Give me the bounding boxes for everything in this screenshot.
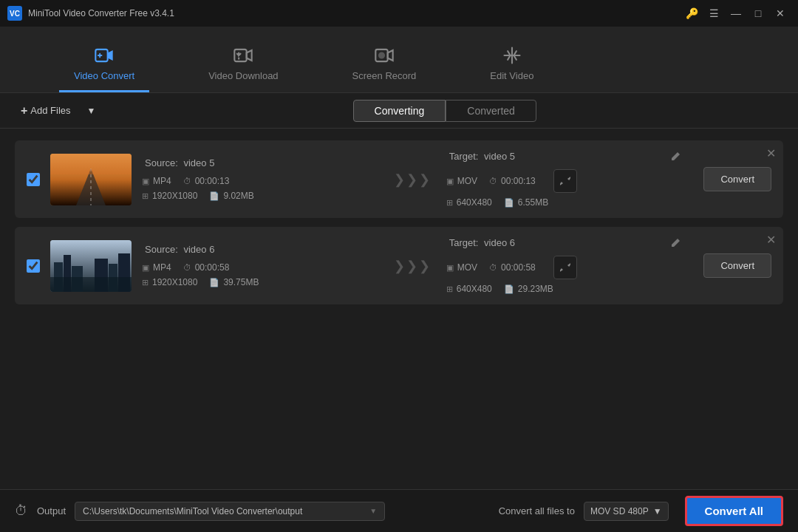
clock-icon2: ⏱ (489, 177, 497, 185)
file2-thumbnail (50, 240, 132, 292)
format-label: MOV SD 480P (590, 506, 649, 516)
file2-source-label: Source: video 6 (142, 244, 378, 255)
file2-checkbox[interactable] (27, 259, 40, 273)
file2-resolution: ⊞ 1920X1080 (142, 277, 197, 287)
resolution-icon4: ⊞ (446, 284, 453, 294)
file2-source-meta: ▣ MP4 ⏱ 00:00:58 (142, 262, 378, 273)
file1-target-resolution: ⊞ 640X480 (446, 197, 492, 208)
file2-target-info: Target: video 6 ▣ MOV ⏱ 00:00:58 (446, 237, 682, 294)
format-select[interactable]: MOV SD 480P ▼ (584, 502, 669, 521)
output-path-dropdown-icon: ▼ (369, 507, 377, 515)
hamburger-button[interactable]: ☰ (703, 3, 724, 24)
file1-close-button[interactable]: ✕ (766, 146, 776, 160)
file2-target-header: Target: video 6 (446, 237, 682, 251)
output-path-field[interactable]: C:\Users\tk\Documents\MiniTool Video Con… (75, 502, 385, 521)
file1-thumbnail (50, 154, 132, 205)
converting-converted-switcher: Converting Converted (353, 100, 536, 122)
file1-source-meta: ▣ MP4 ⏱ 00:00:13 (142, 176, 378, 186)
file2-target-size: 📄 29.23MB (504, 284, 553, 294)
file1-source-meta2: ⊞ 1920X1080 📄 9.02MB (142, 191, 378, 201)
add-files-dropdown-button[interactable]: ▼ (84, 103, 99, 119)
screen-record-icon (374, 45, 395, 66)
file2-source-meta2: ⊞ 1920X1080 📄 39.75MB (142, 277, 378, 287)
file1-target-label: Target: video 5 (446, 151, 515, 162)
converted-tab[interactable]: Converted (446, 100, 536, 122)
output-label: Output (37, 505, 66, 516)
close-button[interactable]: ✕ (770, 3, 791, 24)
file2-target-meta: ▣ MOV ⏱ 00:00:58 (446, 256, 682, 279)
file2-resize-button[interactable] (553, 256, 577, 279)
convert-all-button[interactable]: Convert All (685, 496, 783, 526)
file2-duration: ⏱ 00:00:58 (183, 262, 230, 273)
resolution-icon: ⊞ (142, 191, 149, 201)
tab-screen-record[interactable]: Screen Record (338, 38, 432, 92)
file1-target-meta2: ⊞ 640X480 📄 6.55MB (446, 197, 682, 208)
file1-target-duration: ⏱ 00:00:13 (489, 169, 536, 193)
file1-target-size: 📄 6.55MB (504, 197, 548, 208)
file2-target-meta2: ⊞ 640X480 📄 29.23MB (446, 284, 682, 294)
file-card-2: Source: video 6 ▣ MP4 ⏱ 00:00:58 ⊞ 1920X… (15, 227, 783, 304)
svg-point-3 (379, 53, 384, 58)
resolution-icon2: ⊞ (446, 198, 453, 208)
minimize-button[interactable]: — (726, 3, 746, 24)
tab-video-download-label: Video Download (208, 70, 278, 81)
file-icon4: 📄 (504, 284, 514, 294)
file-icon2: 📄 (504, 198, 514, 208)
file2-size: 📄 39.75MB (209, 277, 259, 287)
add-files-button[interactable]: + Add Files (15, 101, 77, 120)
tab-video-download[interactable]: Video Download (194, 38, 293, 92)
file1-format: ▣ MP4 (142, 176, 171, 186)
output-path-text: C:\Users\tk\Documents\MiniTool Video Con… (83, 506, 302, 516)
converting-tab[interactable]: Converting (353, 100, 446, 122)
clock-icon: ⏱ (183, 177, 191, 185)
file2-target-resolution: ⊞ 640X480 (446, 284, 492, 294)
file2-arrow: ❯ ❯ ❯ (388, 258, 436, 274)
key-button[interactable]: 🔑 (681, 3, 702, 24)
convert-all-files-label: Convert all files to (499, 505, 575, 516)
tab-edit-video-label: Edit Video (490, 70, 533, 81)
add-icon: + (21, 104, 27, 117)
tab-video-convert[interactable]: Video Convert (59, 38, 149, 92)
format-icon4: ▣ (446, 263, 454, 273)
app-title: MiniTool Video Converter Free v3.4.1 (28, 8, 675, 18)
file1-target-meta: ▣ MOV ⏱ 00:00:13 (446, 169, 682, 193)
file1-checkbox[interactable] (27, 173, 40, 186)
format-icon2: ▣ (446, 177, 454, 186)
svg-rect-15 (50, 277, 132, 292)
file1-resolution: ⊞ 1920X1080 (142, 191, 197, 201)
app-logo: VC (7, 6, 22, 21)
file2-target-label: Target: video 6 (446, 237, 515, 248)
maximize-button[interactable]: □ (748, 3, 768, 24)
file1-source-label: Source: video 5 (142, 157, 378, 168)
file-icon: 📄 (209, 191, 219, 201)
nav-tabs: Video Convert Video Download Screen Reco… (0, 27, 798, 93)
file1-target-format: ▣ MOV (446, 169, 477, 193)
svg-rect-7 (50, 154, 132, 174)
file1-edit-button[interactable] (669, 151, 681, 165)
format-icon: ▣ (142, 177, 149, 186)
file2-convert-button[interactable]: Convert (703, 253, 771, 278)
output-clock-icon: ⏱ (15, 503, 28, 519)
tab-screen-record-label: Screen Record (352, 70, 417, 81)
file1-duration: ⏱ 00:00:13 (183, 176, 230, 186)
file1-target-info: Target: video 5 ▣ MOV ⏱ 00:00:13 (446, 151, 682, 208)
file2-close-button[interactable]: ✕ (766, 233, 776, 247)
svg-rect-1 (235, 50, 247, 61)
file1-arrow: ❯ ❯ ❯ (388, 171, 436, 188)
title-bar: VC MiniTool Video Converter Free v3.4.1 … (0, 0, 798, 27)
file2-edit-button[interactable] (669, 237, 681, 251)
file-icon3: 📄 (209, 278, 219, 287)
file2-source-info: Source: video 6 ▣ MP4 ⏱ 00:00:58 ⊞ 1920X… (142, 244, 378, 287)
tab-edit-video[interactable]: Edit Video (475, 38, 548, 92)
file1-resize-button[interactable] (553, 169, 577, 193)
clock-icon4: ⏱ (489, 263, 497, 272)
file-card-1: Source: video 5 ▣ MP4 ⏱ 00:00:13 ⊞ 1920X… (15, 140, 783, 218)
resolution-icon3: ⊞ (142, 278, 149, 287)
toolbar: + Add Files ▼ Converting Converted (0, 93, 798, 129)
bottom-bar: ⏱ Output C:\Users\tk\Documents\MiniTool … (0, 489, 798, 532)
file2-format: ▣ MP4 (142, 262, 171, 273)
tab-video-convert-label: Video Convert (74, 70, 134, 81)
file1-source-info: Source: video 5 ▣ MP4 ⏱ 00:00:13 ⊞ 1920X… (142, 157, 378, 201)
file1-convert-button[interactable]: Convert (703, 167, 771, 191)
file2-target-format: ▣ MOV (446, 256, 477, 279)
